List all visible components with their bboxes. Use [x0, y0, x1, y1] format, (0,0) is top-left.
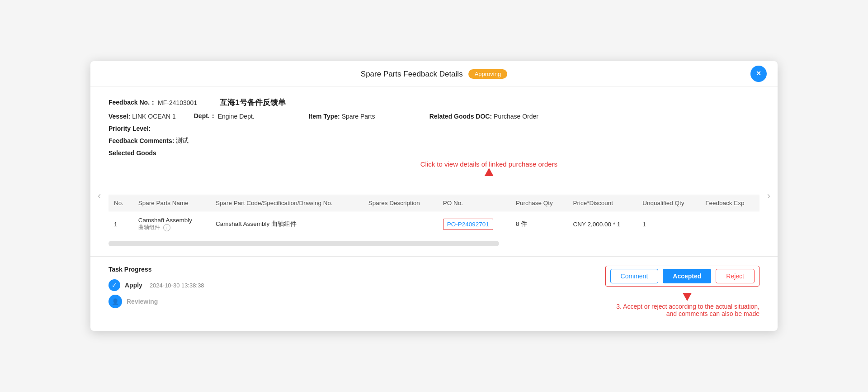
- action-area: Comment Accepted Reject 3. Accept or rej…: [605, 266, 760, 317]
- reject-button[interactable]: Reject: [716, 269, 755, 283]
- prev-icon: ‹: [98, 190, 101, 201]
- info-row-3: Priority Level:: [108, 125, 760, 132]
- col-feedback-exp: Feedback Exp: [700, 195, 760, 211]
- task-check-apply: ✓: [108, 279, 120, 291]
- col-purchase-qty: Purchase Qty: [510, 195, 567, 211]
- po-link[interactable]: PO-P24092701: [447, 221, 489, 228]
- annotation-click-text: Click to view details of linked purchase…: [420, 160, 557, 168]
- cell-purchase-qty: 8 件: [510, 211, 567, 237]
- cell-spares-description: [363, 211, 438, 237]
- related-goods-label: Related Goods DOC:: [429, 113, 492, 120]
- task-progress: Task Progress ✓ Apply 2024-10-30 13:38:3…: [108, 266, 605, 317]
- feedback-no-label: Feedback No.：: [108, 99, 156, 107]
- spare-parts-table: No. Spare Parts Name Spare Part Code/Spe…: [108, 195, 760, 237]
- accepted-button[interactable]: Accepted: [663, 269, 711, 283]
- related-goods-value: Purchase Order: [494, 113, 538, 120]
- item-type-label: Item Type:: [309, 113, 340, 120]
- cell-no: 1: [108, 211, 133, 237]
- vessel-value: LINK OCEAN 1: [132, 113, 175, 120]
- task-apply-name: Apply: [125, 282, 142, 289]
- task-progress-label: Task Progress: [108, 266, 605, 273]
- feedback-title-cn: 互海1号备件反馈单: [220, 97, 285, 108]
- info-icon[interactable]: i: [163, 224, 170, 231]
- dept-value: Engine Dept.: [218, 113, 255, 120]
- modal-header: Spare Parts Feedback Details Approving ×: [90, 61, 778, 86]
- annotation-area: Click to view details of linked purchase…: [108, 160, 760, 192]
- annotation-arrow-down: [683, 293, 692, 301]
- prev-arrow[interactable]: ‹: [94, 186, 104, 206]
- task-item-reviewing: 👤 Reviewing: [108, 295, 605, 308]
- annotation-click-area: Click to view details of linked purchase…: [420, 160, 557, 176]
- cell-po-no: PO-P24092701: [438, 211, 510, 237]
- cell-price-discount: CNY 2,000.00 * 1: [567, 211, 637, 237]
- po-no-cell: PO-P24092701: [443, 219, 493, 230]
- annotation-bottom: 3. Accept or reject according to the act…: [615, 293, 760, 317]
- col-no: No.: [108, 195, 133, 211]
- task-reviewing-name: Reviewing: [127, 298, 158, 305]
- bottom-section: Task Progress ✓ Apply 2024-10-30 13:38:3…: [90, 257, 778, 317]
- col-price-discount: Price*Discount: [567, 195, 637, 211]
- cell-unqualified-qty: 1: [637, 211, 700, 237]
- info-row-4: Feedback Comments: 测试: [108, 137, 760, 145]
- col-spare-part-code: Spare Part Code/Specification/Drawing No…: [210, 195, 363, 211]
- feedback-comments-label: Feedback Comments:: [108, 137, 174, 144]
- comment-button[interactable]: Comment: [610, 269, 659, 283]
- spare-parts-name-en: Camshaft Assembly: [138, 217, 205, 224]
- spare-parts-name-cn: 曲轴组件 i: [138, 224, 205, 231]
- feedback-no-value: MF-24103001: [158, 99, 197, 106]
- table-container: No. Spare Parts Name Spare Part Code/Spe…: [108, 195, 760, 246]
- annotation-bottom-text: 3. Accept or reject according to the act…: [615, 303, 760, 317]
- col-spare-parts-name: Spare Parts Name: [133, 195, 210, 211]
- status-badge: Approving: [468, 69, 508, 79]
- cell-spare-part-code: Camshaft Assembly 曲轴组件: [210, 211, 363, 237]
- cell-spare-parts-name: Camshaft Assembly 曲轴组件 i: [133, 211, 210, 237]
- col-unqualified-qty: Unqualified Qty: [637, 195, 700, 211]
- modal-title: Spare Parts Feedback Details: [361, 70, 463, 79]
- item-type-value: Spare Parts: [342, 113, 375, 120]
- table-scrollbar[interactable]: [108, 241, 499, 246]
- dept-label: Dept.：: [194, 112, 216, 120]
- table-row: 1 Camshaft Assembly 曲轴组件 i Camshaft Asse…: [108, 211, 760, 237]
- modal-body: Feedback No.： MF-24103001 互海1号备件反馈单 Vess…: [90, 86, 778, 246]
- feedback-comments-value: 测试: [176, 137, 189, 145]
- table-header-row: No. Spare Parts Name Spare Part Code/Spe…: [108, 195, 760, 211]
- task-item-apply: ✓ Apply 2024-10-30 13:38:38: [108, 279, 605, 291]
- col-spares-description: Spares Description: [363, 195, 438, 211]
- info-row-1: Feedback No.： MF-24103001 互海1号备件反馈单: [108, 97, 760, 108]
- close-button[interactable]: ×: [750, 66, 767, 82]
- col-po-no: PO No.: [438, 195, 510, 211]
- selected-goods-label: Selected Goods: [108, 149, 760, 157]
- annotation-arrow-up: [484, 168, 493, 176]
- action-buttons: Comment Accepted Reject: [605, 266, 760, 287]
- modal: Spare Parts Feedback Details Approving ×…: [90, 61, 778, 331]
- next-icon: ›: [767, 190, 770, 201]
- cell-feedback-exp: [700, 211, 760, 237]
- vessel-label: Vessel:: [108, 113, 130, 120]
- next-arrow[interactable]: ›: [764, 186, 774, 206]
- info-row-2: Vessel: LINK OCEAN 1 Dept.： Engine Dept.…: [108, 112, 760, 120]
- task-avatar: 👤: [108, 295, 122, 308]
- task-apply-time: 2024-10-30 13:38:38: [150, 282, 204, 289]
- priority-label: Priority Level:: [108, 125, 151, 132]
